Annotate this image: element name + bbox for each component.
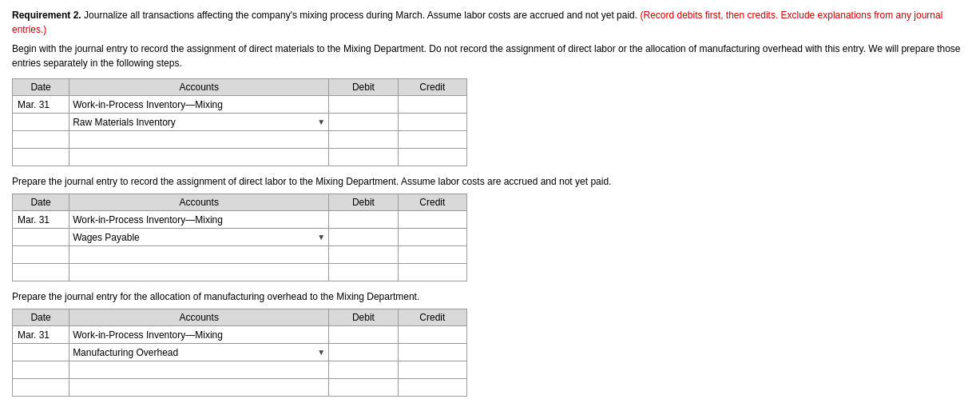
credit-input-2-4[interactable] <box>399 264 466 281</box>
account-input-1-3[interactable] <box>69 131 328 148</box>
account-cell-1-1[interactable] <box>69 96 329 114</box>
account-cell-3-3[interactable] <box>69 361 329 379</box>
credit-input-3-4[interactable] <box>399 379 466 396</box>
table-row <box>13 361 467 379</box>
journal-table-2: Date Accounts Debit Credit Mar. 31 <box>12 194 467 281</box>
debit-input-2-1[interactable] <box>329 211 397 228</box>
account-cell-2-2[interactable]: Wages Payable Work-in-Process Inventory—… <box>69 229 329 246</box>
debit-input-3-3[interactable] <box>329 361 397 378</box>
credit-cell-3-2[interactable] <box>398 344 466 361</box>
account-select-2-2[interactable]: Wages Payable Work-in-Process Inventory—… <box>69 229 314 245</box>
debit-input-3-1[interactable] <box>329 326 397 343</box>
credit-cell-1-2[interactable] <box>398 114 466 131</box>
section-2-label: Prepare the journal entry to record the … <box>12 174 968 189</box>
credit-cell-3-1[interactable] <box>398 326 466 344</box>
credit-input-2-2[interactable] <box>399 229 466 245</box>
table-row: Wages Payable Work-in-Process Inventory—… <box>13 229 467 246</box>
table-row <box>13 131 467 149</box>
credit-input-3-3[interactable] <box>399 361 466 378</box>
account-input-1-4[interactable] <box>69 149 328 166</box>
header-accounts-1: Accounts <box>69 79 329 96</box>
credit-input-2-1[interactable] <box>399 211 466 228</box>
account-input-1-1[interactable] <box>69 96 328 113</box>
entry-section-1: Date Accounts Debit Credit Mar. 31 <box>12 78 968 166</box>
account-input-2-4[interactable] <box>69 264 328 281</box>
account-input-2-3[interactable] <box>69 246 328 263</box>
date-cell-3-4 <box>13 379 69 397</box>
header-credit-1: Credit <box>398 79 466 96</box>
credit-input-3-1[interactable] <box>399 326 466 343</box>
credit-cell-2-3[interactable] <box>398 246 466 264</box>
debit-input-2-2[interactable] <box>329 229 397 245</box>
debit-cell-3-1[interactable] <box>329 326 398 344</box>
debit-cell-1-4[interactable] <box>329 149 398 166</box>
credit-cell-1-4[interactable] <box>398 149 466 166</box>
debit-input-1-4[interactable] <box>329 149 397 166</box>
req-main-text: Journalize all transactions affecting th… <box>81 10 637 21</box>
credit-cell-2-4[interactable] <box>398 264 466 281</box>
debit-input-2-4[interactable] <box>329 264 397 281</box>
section-3-label: Prepare the journal entry for the alloca… <box>12 289 968 304</box>
debit-cell-2-1[interactable] <box>329 211 398 229</box>
credit-input-1-2[interactable] <box>399 114 466 130</box>
debit-cell-2-3[interactable] <box>329 246 398 264</box>
account-cell-3-4[interactable] <box>69 379 329 397</box>
account-cell-2-4[interactable] <box>69 264 329 281</box>
account-cell-3-1[interactable] <box>69 326 329 344</box>
credit-input-1-1[interactable] <box>399 96 466 113</box>
account-input-3-4[interactable] <box>69 379 328 396</box>
account-cell-1-3[interactable] <box>69 131 329 149</box>
header-debit-2: Debit <box>329 194 398 211</box>
debit-cell-3-4[interactable] <box>329 379 398 397</box>
credit-input-3-2[interactable] <box>399 344 466 361</box>
debit-cell-3-2[interactable] <box>329 344 398 361</box>
debit-cell-2-4[interactable] <box>329 264 398 281</box>
date-cell-1-1: Mar. 31 <box>13 96 69 114</box>
account-cell-2-1[interactable] <box>69 211 329 229</box>
table-row <box>13 379 467 397</box>
account-select-1-2[interactable]: Raw Materials Inventory Work-in-Process … <box>69 114 314 130</box>
date-value-2-1: Mar. 31 <box>18 214 50 225</box>
account-cell-1-2[interactable]: Raw Materials Inventory Work-in-Process … <box>69 114 329 131</box>
credit-cell-1-3[interactable] <box>398 131 466 149</box>
account-input-3-1[interactable] <box>69 326 328 343</box>
table-row: Manufacturing Overhead Work-in-Process I… <box>13 344 467 361</box>
debit-cell-3-3[interactable] <box>329 361 398 379</box>
dropdown-arrow-3-2: ▼ <box>314 348 328 357</box>
debit-cell-1-3[interactable] <box>329 131 398 149</box>
account-input-2-1[interactable] <box>69 211 328 228</box>
debit-input-1-3[interactable] <box>329 131 397 148</box>
debit-cell-1-2[interactable] <box>329 114 398 131</box>
account-cell-2-3[interactable] <box>69 246 329 264</box>
header-accounts-3: Accounts <box>69 309 329 326</box>
credit-cell-2-2[interactable] <box>398 229 466 246</box>
debit-input-1-1[interactable] <box>329 96 397 113</box>
debit-cell-1-1[interactable] <box>329 96 398 114</box>
credit-cell-3-4[interactable] <box>398 379 466 397</box>
date-cell-3-1: Mar. 31 <box>13 326 69 344</box>
credit-cell-3-3[interactable] <box>398 361 466 379</box>
section-2-label-text: Prepare the journal entry to record the … <box>12 176 611 187</box>
account-select-3-2[interactable]: Manufacturing Overhead Work-in-Process I… <box>69 344 314 361</box>
body-text: Begin with the journal entry to record t… <box>12 42 968 70</box>
req-number: Requirement 2. <box>12 10 81 21</box>
account-input-3-3[interactable] <box>69 361 328 378</box>
entry-section-3: Date Accounts Debit Credit Mar. 31 <box>12 309 968 397</box>
header-date-3: Date <box>13 309 69 326</box>
debit-input-3-2[interactable] <box>329 344 397 361</box>
credit-input-1-4[interactable] <box>399 149 466 166</box>
credit-input-2-3[interactable] <box>399 246 466 263</box>
account-cell-1-4[interactable] <box>69 149 329 166</box>
account-cell-3-2[interactable]: Manufacturing Overhead Work-in-Process I… <box>69 344 329 361</box>
debit-input-1-2[interactable] <box>329 114 397 130</box>
header-debit-3: Debit <box>329 309 398 326</box>
credit-cell-1-1[interactable] <box>398 96 466 114</box>
date-cell-1-2 <box>13 114 69 131</box>
debit-input-3-4[interactable] <box>329 379 397 396</box>
requirement-heading: Requirement 2. Journalize all transactio… <box>12 8 968 37</box>
header-accounts-2: Accounts <box>69 194 329 211</box>
credit-cell-2-1[interactable] <box>398 211 466 229</box>
debit-cell-2-2[interactable] <box>329 229 398 246</box>
credit-input-1-3[interactable] <box>399 131 466 148</box>
debit-input-2-3[interactable] <box>329 246 397 263</box>
